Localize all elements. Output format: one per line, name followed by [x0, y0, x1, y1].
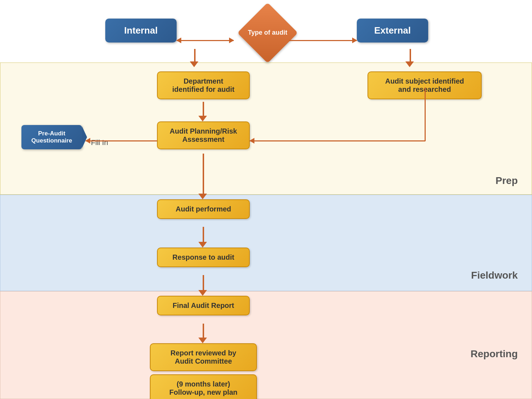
type-of-audit-diamond: Type of audit	[239, 10, 296, 56]
arrowhead-down-dept	[190, 61, 198, 67]
connector-v-subject-to-planning	[425, 88, 426, 141]
arrowhead-to-performed	[198, 194, 207, 199]
external-box: External	[357, 19, 428, 43]
prep-label: Prep	[496, 175, 518, 186]
audit-performed-box: Audit performed	[157, 199, 250, 219]
audit-planning-box: Audit Planning/Risk Assessment	[157, 121, 250, 149]
reporting-section	[0, 291, 532, 399]
response-audit-box: Response to audit	[157, 248, 250, 267]
arrowhead-left-into-planning	[249, 138, 254, 144]
fill-in-label: Fill In	[91, 139, 108, 147]
final-audit-report-box: Final Audit Report	[157, 296, 250, 315]
arrow-to-pre-audit	[86, 140, 157, 141]
arrowhead-to-planning	[198, 116, 207, 121]
connector-h-planning-to-subject	[250, 140, 425, 141]
arrowhead-to-reviewed	[198, 338, 207, 343]
arrow-internal-to-diamond	[177, 40, 234, 41]
arrowhead-to-external	[352, 38, 357, 43]
diamond-label: Type of audit	[248, 29, 288, 37]
internal-box: Internal	[105, 19, 177, 43]
report-reviewed-box: Report reviewed by Audit Committee	[150, 343, 257, 371]
followup-box: (9 months later) Follow-up, new plan	[150, 374, 257, 399]
arrow-diamond-to-external	[289, 40, 357, 41]
arrowhead-left-on-diamond	[229, 38, 234, 43]
arrow-final-to-reviewed	[203, 324, 204, 339]
arrow-down-to-dept	[194, 49, 196, 63]
arrowhead-down-subject	[405, 61, 414, 67]
arrow-dept-to-planning	[203, 102, 204, 117]
diagram-container: Prep Fieldwork Reporting Internal Extern…	[0, 0, 532, 399]
pre-audit-questionnaire-box: Pre-Audit Questionnaire	[21, 125, 82, 149]
arrow-response-to-final	[203, 275, 204, 291]
fieldwork-section	[0, 195, 532, 291]
arrow-planning-to-performed	[203, 154, 204, 195]
reporting-label: Reporting	[471, 348, 518, 360]
arrow-performed-to-response	[203, 227, 204, 243]
arrowhead-toward-internal	[176, 38, 181, 43]
arrowhead-to-response	[198, 242, 207, 248]
fieldwork-label: Fieldwork	[471, 270, 518, 281]
arrowhead-to-preaudit	[85, 138, 90, 144]
arrowhead-to-final	[198, 290, 207, 296]
arrow-down-to-subject	[410, 49, 411, 63]
dept-identified-box: Department identified for audit	[157, 71, 250, 99]
